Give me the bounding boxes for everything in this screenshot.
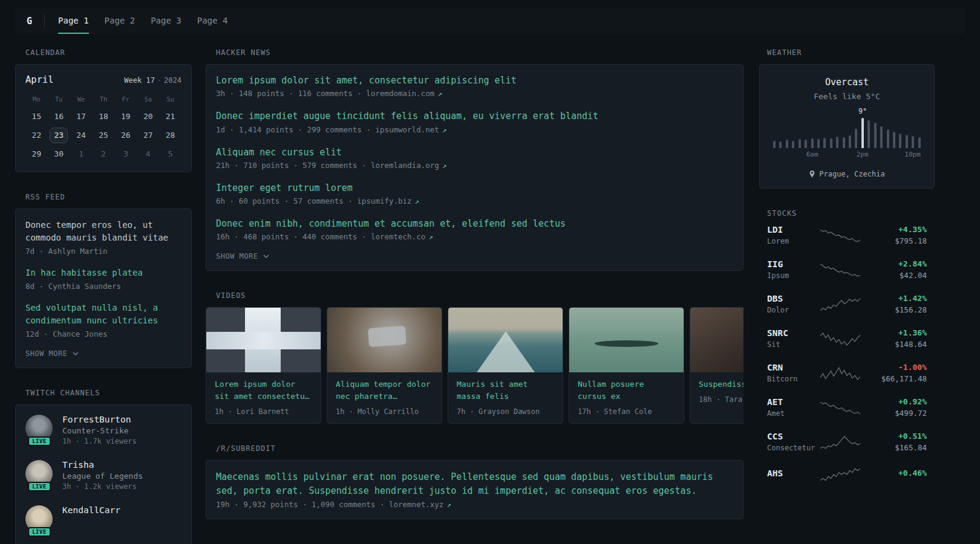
stocks-widget: STOCKS LDILorem +4.35%$795.18 IIGIpsum +… bbox=[759, 209, 935, 482]
channel-info: Trisha League of Legends 3h · 1.2k viewe… bbox=[62, 460, 143, 491]
weather-hour-bar bbox=[912, 136, 914, 148]
show-more-label: SHOW MORE bbox=[216, 252, 258, 261]
right-column: WEATHER Overcast Feels like 5°C 9° 6am 2… bbox=[759, 48, 935, 544]
rss-article-link[interactable]: Donec tempor eros leo, ut commodo mauris… bbox=[25, 219, 181, 244]
hn-domain-link[interactable]: loremlandia.org bbox=[371, 161, 439, 170]
weather-card: Overcast Feels like 5°C 9° 6am 2pm 10pm … bbox=[759, 64, 935, 189]
stock-symbol: AET bbox=[767, 397, 820, 407]
calendar-header: April Week 17·2024 bbox=[25, 74, 181, 85]
stock-symbol: AHS bbox=[767, 468, 820, 478]
stock-row[interactable]: SNRCSit +1.36%$148.64 bbox=[767, 328, 927, 349]
live-badge: LIVE bbox=[28, 482, 51, 491]
hackernews-widget: HACKER NEWS Lorem ipsum dolor sit amet, … bbox=[206, 48, 743, 271]
stock-row[interactable]: CRNBitcorn -1.00%$66,171.48 bbox=[767, 363, 927, 383]
weather-hour-bar bbox=[887, 129, 889, 148]
stock-price: $795.18 bbox=[869, 236, 927, 245]
twitch-card: LIVE ForrestBurton Counter-Strike 1h · 1… bbox=[15, 404, 192, 544]
dashboard-content: CALENDAR April Week 17·2024 MoTuWeThFrSa… bbox=[0, 34, 980, 544]
tab-page-4[interactable]: Page 4 bbox=[197, 8, 228, 34]
stock-name: Amet bbox=[767, 409, 820, 418]
calendar-week-year: Week 17·2024 bbox=[124, 76, 181, 85]
stock-row[interactable]: LDILorem +4.35%$795.18 bbox=[767, 225, 927, 245]
calendar-day: 1 bbox=[70, 146, 93, 162]
stock-price: $499.72 bbox=[869, 409, 927, 418]
calendar-day: 16 bbox=[48, 109, 70, 125]
video-title: Lorem ipsum dolor sit amet consectetu… bbox=[206, 372, 321, 404]
subreddit-domain-link[interactable]: loremnet.xyz bbox=[389, 500, 443, 509]
twitch-widget-title: TWITCH CHANNELS bbox=[25, 389, 192, 397]
video-card[interactable]: Nullam posuere cursus ex 17h · Stefan Co… bbox=[569, 307, 684, 424]
stock-row[interactable]: DBSDolor +1.42%$156.28 bbox=[767, 294, 927, 314]
channel-info: ForrestBurton Counter-Strike 1h · 1.7k v… bbox=[62, 415, 137, 445]
hn-domain-link[interactable]: loremdomain.com bbox=[366, 89, 434, 98]
video-card[interactable]: Mauris sit amet massa felis 7h · Grayson… bbox=[448, 307, 563, 424]
rss-item: In hac habitasse platea 8d · Cynthia Sau… bbox=[25, 267, 181, 291]
rss-widget-title: RSS FEED bbox=[25, 193, 192, 201]
twitch-channel-row[interactable]: LIVE ForrestBurton Counter-Strike 1h · 1… bbox=[25, 415, 181, 445]
hn-domain-link[interactable]: loremtech.co bbox=[371, 232, 425, 241]
app-logo[interactable]: G bbox=[25, 16, 33, 27]
twitch-channel-row[interactable]: LIVE Trisha League of Legends 3h · 1.2k … bbox=[25, 460, 181, 491]
stock-row[interactable]: CCSConsectetur +0.51%$165.84 bbox=[767, 432, 927, 452]
tab-page-3[interactable]: Page 3 bbox=[151, 8, 181, 34]
stock-row[interactable]: AETAmet +0.92%$499.72 bbox=[767, 397, 927, 418]
stock-row[interactable]: AHS +0.46% bbox=[767, 466, 927, 482]
hn-story-link[interactable]: Donec imperdiet augue tincidunt felis al… bbox=[216, 110, 733, 122]
weather-hour-bar bbox=[830, 138, 832, 148]
twitch-channel-row[interactable]: LIVE KendallCarr bbox=[25, 505, 181, 536]
video-title: Suspendisse diam bbox=[690, 372, 743, 392]
hn-domain-link[interactable]: ipsumworld.net bbox=[375, 125, 439, 134]
stock-symbol: DBS bbox=[767, 294, 820, 303]
stock-name: Consectetur bbox=[767, 444, 820, 452]
chevron-down-icon bbox=[73, 352, 79, 355]
video-card[interactable]: Suspendisse diam 18h · Tara bbox=[690, 307, 743, 424]
subreddit-post-link[interactable]: Maecenas mollis pulvinar erat non posuer… bbox=[216, 470, 733, 497]
weather-hour-bar bbox=[811, 138, 814, 148]
video-card[interactable]: Lorem ipsum dolor sit amet consectetu… 1… bbox=[206, 307, 321, 424]
hn-show-more-button[interactable]: SHOW MORE bbox=[216, 252, 269, 261]
stocks-list: LDILorem +4.35%$795.18 IIGIpsum +2.84%$4… bbox=[759, 225, 935, 482]
stock-change: +2.84% bbox=[869, 259, 927, 268]
rss-show-more-button[interactable]: SHOW MORE bbox=[25, 349, 79, 358]
weather-hour-bar bbox=[823, 138, 826, 148]
weather-hour-bar bbox=[799, 139, 801, 148]
weather-hour-bar bbox=[779, 141, 782, 148]
rss-card: Donec tempor eros leo, ut commodo mauris… bbox=[15, 209, 192, 368]
calendar-day: 25 bbox=[93, 128, 115, 143]
tab-page-1[interactable]: Page 1 bbox=[58, 8, 89, 34]
channel-meta: 3h · 1.2k viewers bbox=[62, 482, 143, 491]
calendar-dow-label: Su bbox=[159, 92, 181, 106]
hn-story-link[interactable]: Donec enim nibh, condimentum et accumsan… bbox=[216, 218, 733, 230]
weather-hourly-chart: 9° bbox=[773, 117, 921, 148]
twitch-widget: TWITCH CHANNELS LIVE ForrestBurton Count… bbox=[15, 389, 192, 544]
subreddit-card: Maecenas mollis pulvinar erat non posuer… bbox=[206, 460, 743, 519]
weather-hour-bar bbox=[817, 139, 820, 148]
tab-page-2[interactable]: Page 2 bbox=[105, 8, 136, 34]
calendar-day: 17 bbox=[70, 109, 93, 125]
rss-item-meta: 12d · Chance Jones bbox=[25, 329, 181, 338]
calendar-day: 27 bbox=[137, 128, 159, 143]
time-label: 6am bbox=[806, 151, 818, 158]
rss-article-link[interactable]: In hac habitasse platea bbox=[25, 267, 181, 279]
rss-widget: RSS FEED Donec tempor eros leo, ut commo… bbox=[15, 193, 192, 368]
hn-story-link[interactable]: Lorem ipsum dolor sit amet, consectetur … bbox=[216, 74, 733, 86]
hn-item-meta: 16h · 468 points · 440 comments · loremt… bbox=[216, 232, 733, 241]
stock-price: $165.84 bbox=[869, 443, 927, 452]
hn-domain-link[interactable]: ipsumify.biz bbox=[357, 196, 411, 206]
weather-temp-label: 9° bbox=[858, 107, 867, 115]
hn-story-link[interactable]: Integer eget rutrum lorem bbox=[216, 182, 733, 194]
stock-change: +4.35% bbox=[869, 225, 927, 234]
rss-item-meta: 8d · Cynthia Saunders bbox=[25, 282, 181, 291]
channel-avatar-wrap: LIVE bbox=[25, 415, 53, 445]
weather-condition: Overcast bbox=[769, 77, 924, 88]
video-card[interactable]: Aliquam tempor dolor nec pharetra… 1h · … bbox=[327, 307, 442, 424]
rss-article-link[interactable]: Sed volutpat nulla nisl, a condimentum n… bbox=[25, 302, 181, 327]
stock-change: +0.46% bbox=[869, 468, 927, 478]
calendar-dow-label: Fr bbox=[114, 92, 137, 106]
subreddit-post-meta: 19h · 9,932 points · 1,090 comments · lo… bbox=[216, 500, 733, 509]
weather-hour-bar bbox=[843, 137, 845, 148]
weather-hour-bar bbox=[773, 141, 776, 148]
hn-story-link[interactable]: Aliquam nec cursus elit bbox=[216, 146, 733, 158]
weather-hour-bar bbox=[899, 134, 901, 148]
stock-row[interactable]: IIGIpsum +2.84%$42.04 bbox=[767, 259, 927, 280]
